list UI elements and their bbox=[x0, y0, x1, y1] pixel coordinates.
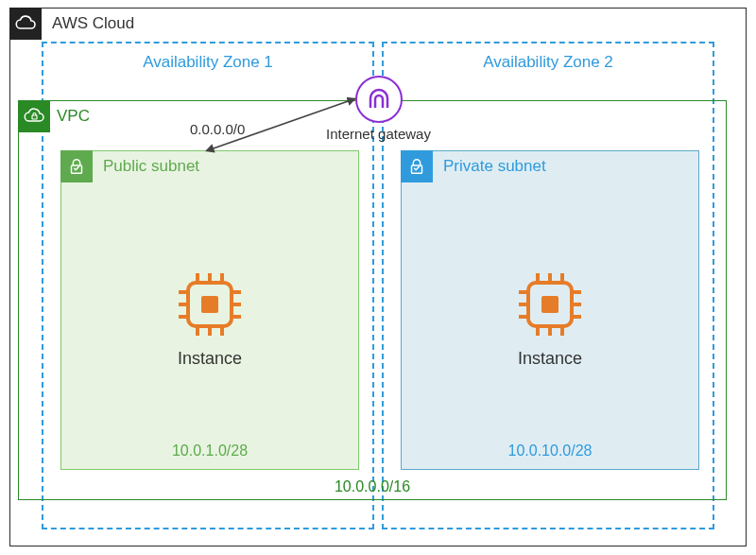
private-instance: Instance bbox=[515, 269, 585, 369]
public-subnet-icon bbox=[60, 150, 93, 182]
cloud-icon bbox=[14, 15, 37, 32]
private-instance-label: Instance bbox=[515, 349, 585, 369]
internet-gateway-label: Internet gateway bbox=[326, 126, 431, 142]
cloud-lock-icon bbox=[23, 108, 45, 125]
lock-icon bbox=[66, 156, 87, 177]
instance-icon bbox=[175, 269, 245, 339]
vpc-icon bbox=[18, 100, 50, 132]
svg-rect-18 bbox=[541, 296, 558, 313]
az2-title: Availability Zone 2 bbox=[384, 53, 713, 72]
public-subnet-cidr: 10.0.1.0/28 bbox=[61, 442, 358, 460]
private-subnet-icon bbox=[401, 150, 433, 182]
public-subnet: Public subnet Instance 10.0.1.0/28 bbox=[60, 150, 359, 470]
internet-gateway bbox=[355, 76, 403, 123]
svg-rect-3 bbox=[201, 296, 218, 313]
svg-rect-0 bbox=[32, 115, 37, 119]
instance-icon bbox=[515, 269, 585, 339]
aws-cloud-icon bbox=[9, 8, 42, 40]
public-subnet-title: Public subnet bbox=[103, 157, 199, 176]
az1-title: Availability Zone 1 bbox=[43, 53, 372, 72]
private-subnet: Private subnet Instance 10.0.10.0/28 bbox=[401, 150, 699, 470]
public-instance: Instance bbox=[175, 269, 245, 369]
route-cidr: 0.0.0.0/0 bbox=[190, 121, 245, 137]
lock-icon bbox=[406, 156, 427, 177]
vpc-container: VPC Public subnet Instance bbox=[18, 100, 727, 500]
vpc-title: VPC bbox=[57, 107, 90, 126]
private-subnet-cidr: 10.0.10.0/28 bbox=[402, 442, 698, 460]
public-instance-label: Instance bbox=[175, 349, 245, 369]
aws-cloud-title: AWS Cloud bbox=[52, 14, 134, 33]
vpc-cidr: 10.0.0.0/16 bbox=[19, 478, 726, 495]
private-subnet-title: Private subnet bbox=[443, 157, 546, 176]
gateway-icon bbox=[367, 87, 391, 112]
